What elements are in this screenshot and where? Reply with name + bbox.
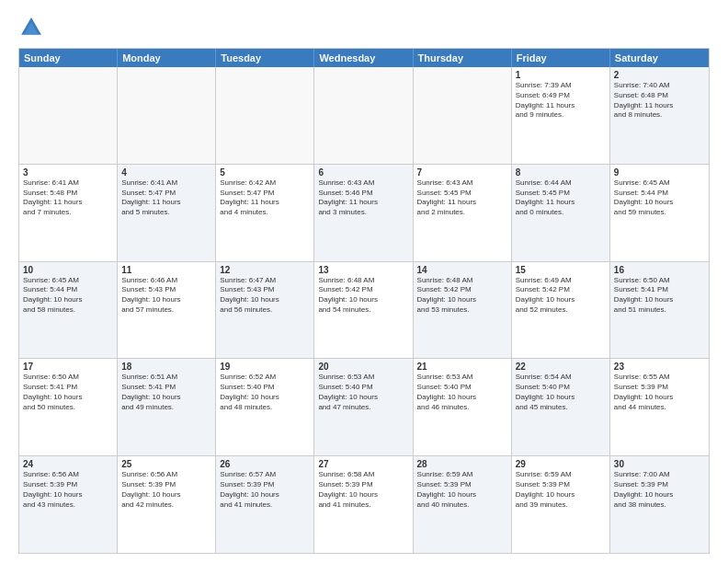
day-cell-17: 17Sunrise: 6:50 AM Sunset: 5:41 PM Dayli… (19, 359, 118, 455)
day-number-30: 30 (614, 459, 705, 469)
day-cell-30: 30Sunrise: 7:00 AM Sunset: 5:39 PM Dayli… (610, 456, 709, 553)
day-info-1: Sunrise: 7:39 AM Sunset: 6:49 PM Dayligh… (516, 81, 606, 121)
day-info-22: Sunrise: 6:54 AM Sunset: 5:40 PM Dayligh… (516, 373, 606, 412)
day-number-24: 24 (23, 459, 113, 469)
empty-cell-0-4 (414, 67, 512, 164)
day-number-25: 25 (121, 459, 211, 469)
day-number-28: 28 (417, 459, 507, 469)
calendar-row-1: 3Sunrise: 6:41 AM Sunset: 5:48 PM Daylig… (19, 164, 709, 261)
day-cell-16: 16Sunrise: 6:50 AM Sunset: 5:41 PM Dayli… (610, 262, 709, 359)
day-cell-23: 23Sunrise: 6:55 AM Sunset: 5:39 PM Dayli… (610, 359, 709, 455)
day-info-13: Sunrise: 6:48 AM Sunset: 5:42 PM Dayligh… (318, 276, 408, 316)
weekday-header-sunday: Sunday (19, 49, 118, 67)
day-number-17: 17 (23, 362, 113, 372)
day-number-16: 16 (614, 265, 705, 275)
day-info-5: Sunrise: 6:42 AM Sunset: 5:47 PM Dayligh… (220, 178, 310, 218)
day-cell-15: 15Sunrise: 6:49 AM Sunset: 5:42 PM Dayli… (512, 262, 610, 359)
day-cell-28: 28Sunrise: 6:59 AM Sunset: 5:39 PM Dayli… (414, 456, 512, 553)
day-info-16: Sunrise: 6:50 AM Sunset: 5:41 PM Dayligh… (614, 276, 705, 316)
day-number-21: 21 (417, 362, 507, 372)
day-number-14: 14 (417, 265, 507, 275)
day-number-15: 15 (516, 265, 606, 275)
day-number-8: 8 (516, 167, 606, 178)
day-number-11: 11 (121, 265, 211, 275)
day-number-6: 6 (318, 167, 408, 178)
day-number-9: 9 (614, 167, 705, 178)
day-info-6: Sunrise: 6:43 AM Sunset: 5:46 PM Dayligh… (318, 178, 408, 218)
day-number-7: 7 (417, 167, 507, 178)
page: SundayMondayTuesdayWednesdayThursdayFrid… (0, 0, 728, 563)
day-number-22: 22 (516, 362, 606, 372)
day-cell-20: 20Sunrise: 6:53 AM Sunset: 5:40 PM Dayli… (314, 359, 413, 455)
day-cell-7: 7Sunrise: 6:43 AM Sunset: 5:45 PM Daylig… (414, 165, 512, 261)
day-info-8: Sunrise: 6:44 AM Sunset: 5:45 PM Dayligh… (516, 178, 606, 218)
calendar-row-4: 24Sunrise: 6:56 AM Sunset: 5:39 PM Dayli… (19, 455, 709, 553)
day-info-11: Sunrise: 6:46 AM Sunset: 5:43 PM Dayligh… (121, 276, 211, 316)
day-info-9: Sunrise: 6:45 AM Sunset: 5:44 PM Dayligh… (614, 178, 705, 218)
day-info-29: Sunrise: 6:59 AM Sunset: 5:39 PM Dayligh… (516, 470, 606, 510)
day-cell-18: 18Sunrise: 6:51 AM Sunset: 5:41 PM Dayli… (118, 359, 216, 455)
day-info-4: Sunrise: 6:41 AM Sunset: 5:47 PM Dayligh… (121, 178, 211, 218)
empty-cell-0-2 (216, 67, 314, 164)
day-number-12: 12 (220, 265, 310, 275)
calendar-row-0: 1Sunrise: 7:39 AM Sunset: 6:49 PM Daylig… (19, 67, 709, 164)
day-cell-1: 1Sunrise: 7:39 AM Sunset: 6:49 PM Daylig… (512, 67, 610, 164)
day-number-29: 29 (516, 459, 606, 469)
day-info-23: Sunrise: 6:55 AM Sunset: 5:39 PM Dayligh… (614, 373, 705, 412)
day-number-10: 10 (23, 265, 113, 275)
day-info-25: Sunrise: 6:56 AM Sunset: 5:39 PM Dayligh… (121, 470, 211, 510)
day-cell-24: 24Sunrise: 6:56 AM Sunset: 5:39 PM Dayli… (19, 456, 118, 553)
day-info-19: Sunrise: 6:52 AM Sunset: 5:40 PM Dayligh… (220, 373, 310, 412)
day-number-3: 3 (23, 167, 113, 178)
day-cell-14: 14Sunrise: 6:48 AM Sunset: 5:42 PM Dayli… (414, 262, 512, 359)
day-number-2: 2 (614, 70, 705, 80)
day-number-1: 1 (516, 70, 606, 80)
day-cell-5: 5Sunrise: 6:42 AM Sunset: 5:47 PM Daylig… (216, 165, 314, 261)
day-number-18: 18 (121, 362, 211, 372)
day-info-3: Sunrise: 6:41 AM Sunset: 5:48 PM Dayligh… (23, 178, 113, 218)
day-info-2: Sunrise: 7:40 AM Sunset: 6:48 PM Dayligh… (614, 81, 705, 121)
day-cell-29: 29Sunrise: 6:59 AM Sunset: 5:39 PM Dayli… (512, 456, 610, 553)
header (18, 15, 710, 40)
day-info-21: Sunrise: 6:53 AM Sunset: 5:40 PM Dayligh… (417, 373, 507, 412)
day-info-28: Sunrise: 6:59 AM Sunset: 5:39 PM Dayligh… (417, 470, 507, 510)
day-number-13: 13 (318, 265, 408, 275)
day-number-23: 23 (614, 362, 705, 372)
day-cell-6: 6Sunrise: 6:43 AM Sunset: 5:46 PM Daylig… (314, 165, 413, 261)
day-info-27: Sunrise: 6:58 AM Sunset: 5:39 PM Dayligh… (318, 470, 408, 510)
day-number-5: 5 (220, 167, 310, 178)
day-info-12: Sunrise: 6:47 AM Sunset: 5:43 PM Dayligh… (220, 276, 310, 316)
day-info-17: Sunrise: 6:50 AM Sunset: 5:41 PM Dayligh… (23, 373, 113, 412)
weekday-header-friday: Friday (512, 49, 610, 67)
day-cell-8: 8Sunrise: 6:44 AM Sunset: 5:45 PM Daylig… (512, 165, 610, 261)
day-cell-4: 4Sunrise: 6:41 AM Sunset: 5:47 PM Daylig… (118, 165, 216, 261)
calendar-body: 1Sunrise: 7:39 AM Sunset: 6:49 PM Daylig… (19, 67, 709, 553)
calendar-row-3: 17Sunrise: 6:50 AM Sunset: 5:41 PM Dayli… (19, 358, 709, 455)
logo (18, 15, 48, 40)
day-info-24: Sunrise: 6:56 AM Sunset: 5:39 PM Dayligh… (23, 470, 113, 510)
calendar-header: SundayMondayTuesdayWednesdayThursdayFrid… (19, 49, 709, 67)
weekday-header-monday: Monday (118, 49, 216, 67)
weekday-header-tuesday: Tuesday (216, 49, 314, 67)
day-cell-12: 12Sunrise: 6:47 AM Sunset: 5:43 PM Dayli… (216, 262, 314, 359)
weekday-header-saturday: Saturday (610, 49, 709, 67)
day-cell-25: 25Sunrise: 6:56 AM Sunset: 5:39 PM Dayli… (118, 456, 216, 553)
day-info-30: Sunrise: 7:00 AM Sunset: 5:39 PM Dayligh… (614, 470, 705, 510)
empty-cell-0-1 (118, 67, 216, 164)
weekday-header-wednesday: Wednesday (314, 49, 413, 67)
day-cell-27: 27Sunrise: 6:58 AM Sunset: 5:39 PM Dayli… (314, 456, 413, 553)
day-number-20: 20 (318, 362, 408, 372)
day-cell-2: 2Sunrise: 7:40 AM Sunset: 6:48 PM Daylig… (610, 67, 709, 164)
day-cell-10: 10Sunrise: 6:45 AM Sunset: 5:44 PM Dayli… (19, 262, 118, 359)
day-number-26: 26 (220, 459, 310, 469)
calendar: SundayMondayTuesdayWednesdayThursdayFrid… (18, 48, 710, 554)
day-info-7: Sunrise: 6:43 AM Sunset: 5:45 PM Dayligh… (417, 178, 507, 218)
day-number-27: 27 (318, 459, 408, 469)
day-info-18: Sunrise: 6:51 AM Sunset: 5:41 PM Dayligh… (121, 373, 211, 412)
day-info-26: Sunrise: 6:57 AM Sunset: 5:39 PM Dayligh… (220, 470, 310, 510)
day-cell-9: 9Sunrise: 6:45 AM Sunset: 5:44 PM Daylig… (610, 165, 709, 261)
day-cell-13: 13Sunrise: 6:48 AM Sunset: 5:42 PM Dayli… (314, 262, 413, 359)
day-cell-11: 11Sunrise: 6:46 AM Sunset: 5:43 PM Dayli… (118, 262, 216, 359)
day-info-15: Sunrise: 6:49 AM Sunset: 5:42 PM Dayligh… (516, 276, 606, 316)
day-info-10: Sunrise: 6:45 AM Sunset: 5:44 PM Dayligh… (23, 276, 113, 316)
